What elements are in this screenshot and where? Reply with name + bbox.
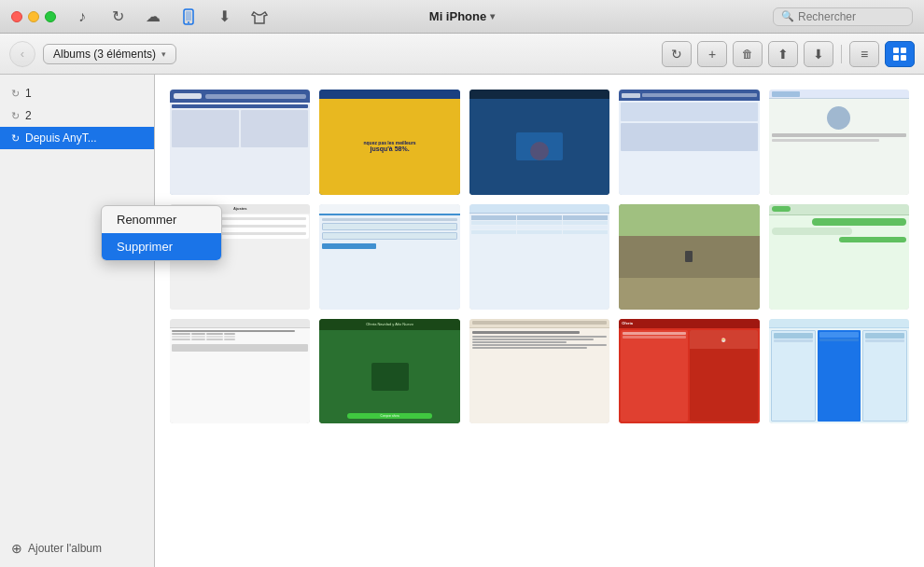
sync-icon-2: ↻ xyxy=(11,110,20,122)
sync-icon-depuis: ↻ xyxy=(11,132,20,145)
sync-button[interactable]: ↻ xyxy=(662,41,692,67)
album-label: Albums (3 éléments) xyxy=(53,48,156,61)
title-chevron: ▾ xyxy=(490,11,495,21)
photo-9[interactable] xyxy=(619,204,759,310)
sync-icon-1: ↻ xyxy=(11,88,20,100)
photo-10[interactable] xyxy=(769,204,909,310)
plus-icon: ⊕ xyxy=(11,541,22,556)
svg-point-2 xyxy=(188,21,189,23)
delete-button[interactable]: 🗑 xyxy=(733,41,763,67)
context-rename[interactable]: Renommer xyxy=(102,206,221,233)
import-button[interactable]: ⬆ xyxy=(768,41,798,67)
sidebar: ↻ 1 ↻ 2 ↻ Depuis AnyT... Renommer Suppri… xyxy=(0,75,155,567)
close-button[interactable] xyxy=(11,11,22,22)
sync-icon[interactable]: ↻ xyxy=(108,7,127,26)
add-album-button[interactable]: ⊕ Ajouter l'album xyxy=(11,541,102,556)
title-text: Mi iPhone xyxy=(429,9,486,23)
export-button[interactable]: ⬇ xyxy=(804,41,833,67)
album-chevron: ▾ xyxy=(161,49,166,59)
shirt-icon[interactable] xyxy=(250,7,269,26)
photo-8[interactable] xyxy=(469,204,609,310)
content-area[interactable]: nquez pas les meilleurs jusqu'à 58%. xyxy=(155,75,924,567)
photo-1[interactable] xyxy=(170,90,310,195)
download-icon[interactable]: ⬇ xyxy=(215,7,233,26)
back-button[interactable]: ‹ xyxy=(9,41,35,67)
photo-15[interactable] xyxy=(769,319,909,424)
photo-2[interactable]: nquez pas les meilleurs jusqu'à 58%. xyxy=(319,90,459,195)
add-button[interactable]: + xyxy=(697,41,727,67)
toolbar-divider xyxy=(841,45,842,63)
search-icon: 🔍 xyxy=(781,10,794,22)
minimize-button[interactable] xyxy=(28,11,39,22)
sidebar-item-2[interactable]: ↻ 2 xyxy=(0,104,154,127)
svg-rect-1 xyxy=(186,11,191,21)
context-delete[interactable]: Supprimer xyxy=(102,233,221,260)
sidebar-label-1: 1 xyxy=(25,87,32,100)
main-area: ↻ 1 ↻ 2 ↻ Depuis AnyT... Renommer Suppri… xyxy=(0,75,924,567)
photo-11[interactable] xyxy=(170,319,310,424)
context-menu: Renommer Supprimer xyxy=(101,205,222,261)
device-icon[interactable] xyxy=(179,7,198,26)
sidebar-item-depuis[interactable]: ↻ Depuis AnyT... xyxy=(0,127,154,149)
photo-3[interactable] xyxy=(469,90,609,195)
search-input[interactable] xyxy=(798,10,910,23)
maximize-button[interactable] xyxy=(45,11,56,22)
music-icon[interactable]: ♪ xyxy=(73,7,91,26)
svg-rect-6 xyxy=(901,55,906,61)
svg-rect-3 xyxy=(893,48,899,53)
titlebar: ♪ ↻ ☁ ⬇ Mi iPhone ▾ 🔍 xyxy=(0,0,924,34)
grid-view-button[interactable] xyxy=(885,41,915,67)
list-view-button[interactable]: ≡ xyxy=(849,41,879,67)
svg-rect-4 xyxy=(901,48,906,53)
photo-13[interactable] xyxy=(469,319,609,424)
photo-grid: nquez pas les meilleurs jusqu'à 58%. xyxy=(170,90,909,423)
icloud-icon[interactable]: ☁ xyxy=(144,7,162,26)
sidebar-label-depuis: Depuis AnyT... xyxy=(25,131,97,145)
svg-rect-5 xyxy=(893,55,899,61)
toolbar: ‹ Albums (3 éléments) ▾ ↻ + 🗑 ⬆ ⬇ ≡ xyxy=(0,34,924,75)
photo-4[interactable] xyxy=(619,90,759,195)
sidebar-item-1[interactable]: ↻ 1 xyxy=(0,82,154,104)
photo-12[interactable]: Oferta Navidad y Año Nuevo Comprar ahora xyxy=(319,319,459,424)
traffic-lights xyxy=(11,11,56,22)
photo-14[interactable]: Oferta 🎅 xyxy=(619,319,759,424)
add-album-label: Ajouter l'album xyxy=(28,542,102,555)
search-box[interactable]: 🔍 xyxy=(773,7,913,26)
photo-7[interactable] xyxy=(319,204,459,310)
sidebar-label-2: 2 xyxy=(25,109,32,122)
toolbar-actions: ↻ + 🗑 ⬆ ⬇ ≡ xyxy=(662,41,915,67)
album-selector[interactable]: Albums (3 éléments) ▾ xyxy=(43,44,176,64)
photo-5[interactable] xyxy=(769,90,909,195)
titlebar-center[interactable]: Mi iPhone ▾ xyxy=(429,9,495,23)
titlebar-icons: ♪ ↻ ☁ ⬇ xyxy=(73,7,269,26)
